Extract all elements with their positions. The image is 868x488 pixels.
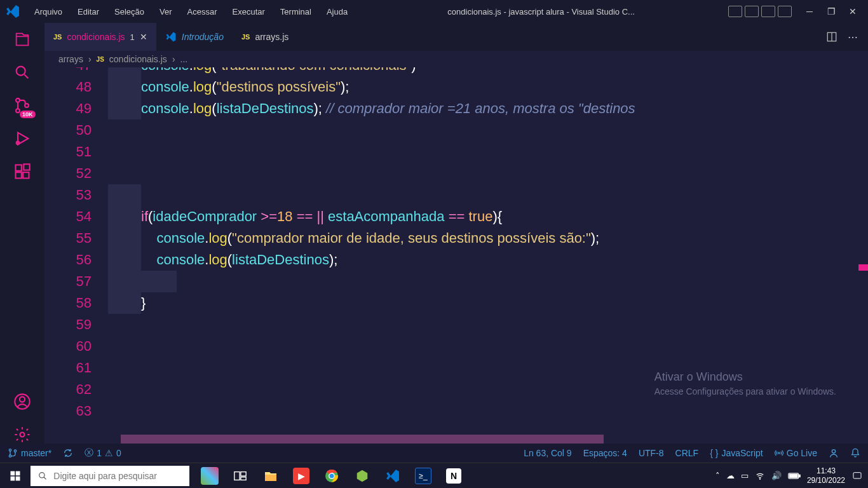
menu-executar[interactable]: Executar	[226, 4, 271, 19]
status-golive[interactable]: Go Live	[775, 448, 817, 458]
minimap[interactable]	[858, 67, 868, 435]
svg-rect-31	[799, 475, 800, 477]
run-debug-icon[interactable]	[13, 130, 31, 147]
accounts-icon[interactable]	[13, 393, 31, 410]
svg-rect-24	[241, 471, 246, 475]
svg-point-13	[9, 449, 11, 451]
layout-controls	[728, 6, 792, 17]
menu-acessar[interactable]: Acessar	[181, 4, 224, 19]
split-editor-icon[interactable]	[826, 31, 837, 43]
svg-point-16	[778, 452, 780, 454]
tab-label: condicionais.js	[67, 32, 125, 42]
tab-label: Introdução	[182, 32, 224, 42]
svg-rect-7	[23, 172, 29, 178]
menu-ver[interactable]: Ver	[153, 4, 179, 19]
svg-point-22	[39, 472, 44, 477]
taskbar-apps: ▶ ≥_ N	[194, 463, 469, 488]
status-bell-icon[interactable]	[850, 448, 860, 458]
status-problems[interactable]: ⓧ1 ⚠0	[85, 447, 121, 459]
more-actions-icon[interactable]: ⋯	[848, 31, 858, 43]
tray-volume-icon[interactable]: 🔊	[771, 471, 782, 480]
svg-point-17	[832, 450, 835, 453]
taskbar-app-powershell[interactable]: ≥_	[408, 463, 438, 488]
editor-tabs: JS condicionais.js 1 ✕ Introdução JS arr…	[44, 23, 868, 51]
system-tray: ˄ ☁ ▭ 🔊 11:43 29/10/2022	[715, 466, 868, 485]
status-branch[interactable]: master*	[8, 448, 51, 458]
status-sync[interactable]	[63, 448, 73, 458]
status-cursor-position[interactable]: Ln 63, Col 9	[524, 448, 572, 458]
menu-terminal[interactable]: Terminal	[274, 4, 318, 19]
menu-selecao[interactable]: Seleção	[108, 4, 151, 19]
taskbar-app-chrome[interactable]	[316, 463, 347, 488]
tab-introducao[interactable]: Introdução	[156, 23, 233, 51]
toggle-panel-right-icon[interactable]	[761, 6, 775, 17]
source-control-badge: 10K	[20, 111, 36, 118]
svg-point-10	[20, 396, 25, 402]
tray-onedrive-icon[interactable]: ☁	[726, 471, 735, 480]
status-feedback-icon[interactable]	[829, 448, 839, 458]
status-indentation[interactable]: Espaços: 4	[583, 448, 627, 458]
breadcrumb-file[interactable]: condicionais.js	[109, 54, 167, 64]
taskbar-app-taskview[interactable]	[225, 463, 255, 488]
settings-gear-icon[interactable]	[13, 426, 31, 444]
tray-notifications-icon[interactable]	[851, 471, 863, 481]
minimap-error-mark	[858, 264, 868, 271]
menu-ajuda[interactable]: Ajuda	[320, 4, 354, 19]
svg-rect-8	[24, 164, 29, 170]
breadcrumb-root[interactable]: arrays	[58, 54, 83, 64]
toggle-panel-bottom-icon[interactable]	[745, 6, 759, 17]
tab-condicionais[interactable]: JS condicionais.js 1 ✕	[44, 23, 156, 51]
taskbar-app-news[interactable]	[194, 463, 225, 488]
source-control-icon[interactable]: 10K	[13, 97, 31, 114]
breadcrumb[interactable]: arrays › JS condicionais.js › ...	[44, 51, 868, 67]
minimize-icon[interactable]: ─	[804, 6, 815, 17]
tray-wifi-icon[interactable]	[755, 471, 765, 480]
tray-meet-icon[interactable]: ▭	[741, 471, 749, 480]
tray-battery-icon[interactable]	[788, 472, 801, 480]
scrollbar-thumb[interactable]	[121, 435, 604, 444]
tab-dirty-indicator: 1	[130, 32, 135, 42]
status-eol[interactable]: CRLF	[675, 448, 699, 458]
search-icon[interactable]	[13, 64, 31, 81]
svg-rect-25	[241, 477, 246, 480]
taskbar-app-notion[interactable]: N	[438, 463, 469, 488]
taskbar-app-explorer[interactable]	[255, 463, 286, 488]
code-editor[interactable]: 4748495051525354555657585960616263 conso…	[44, 67, 868, 435]
titlebar: Arquivo Editar Seleção Ver Acessar Execu…	[0, 0, 868, 23]
customize-layout-icon[interactable]	[778, 6, 792, 17]
menu-arquivo[interactable]: Arquivo	[28, 4, 69, 19]
tray-chevron-icon[interactable]: ˄	[715, 471, 720, 480]
svg-rect-18	[11, 471, 15, 475]
svg-rect-19	[16, 471, 20, 475]
breadcrumb-more[interactable]: ...	[180, 54, 188, 64]
taskbar-search-input[interactable]	[53, 471, 182, 481]
close-icon[interactable]: ✕	[848, 6, 858, 17]
line-gutter: 4748495051525354555657585960616263	[44, 67, 108, 435]
taskbar-clock[interactable]: 11:43 29/10/2022	[807, 466, 845, 485]
start-button[interactable]	[0, 463, 31, 488]
taskbar-app-vscode[interactable]	[377, 463, 408, 488]
taskbar-app-anydesk[interactable]: ▶	[286, 463, 316, 488]
horizontal-scrollbar[interactable]	[44, 435, 868, 444]
toggle-panel-left-icon[interactable]	[728, 6, 742, 17]
tab-arrays[interactable]: JS arrays.js	[233, 23, 297, 51]
svg-rect-32	[789, 474, 797, 477]
activity-bar: 10K	[0, 23, 44, 444]
svg-point-11	[20, 433, 25, 437]
vs-file-icon	[165, 31, 177, 43]
tab-close-icon[interactable]: ✕	[140, 32, 147, 42]
maximize-icon[interactable]: ❐	[826, 6, 836, 17]
taskbar-search[interactable]	[31, 466, 189, 486]
svg-rect-23	[234, 471, 240, 480]
js-file-icon: JS	[97, 56, 104, 63]
svg-point-29	[759, 478, 760, 479]
status-encoding[interactable]: UTF-8	[639, 448, 664, 458]
extensions-icon[interactable]	[13, 163, 31, 180]
menu-editar[interactable]: Editar	[71, 4, 105, 19]
taskbar-app-node[interactable]	[347, 463, 377, 488]
explorer-icon[interactable]	[13, 30, 31, 48]
status-language[interactable]: { }JavaScript	[710, 448, 763, 458]
windows-taskbar: ▶ ≥_ N ˄ ☁ ▭ 🔊 11:43 29/10/2022	[0, 463, 868, 488]
tab-label: arrays.js	[255, 32, 288, 42]
chevron-right-icon: ›	[172, 54, 175, 64]
